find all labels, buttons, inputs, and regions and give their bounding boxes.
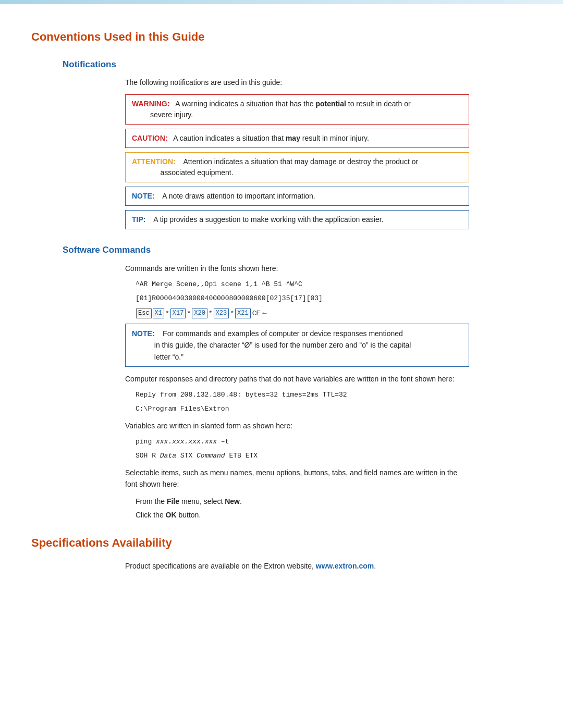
caution-box: CAUTION: A caution indicates a situation… [125, 129, 469, 148]
specs-para: Product specifications are available on … [125, 560, 469, 572]
key-x21: X21 [235, 309, 251, 318]
tip-label: TIP: [132, 215, 145, 224]
note-box: NOTE: A note draws attention to importan… [125, 187, 469, 206]
attention-box: ATTENTION: Attention indicates a situati… [125, 152, 469, 182]
notifications-body: The following notifications are used in … [31, 77, 469, 229]
arrow-symbol: ← [262, 309, 266, 317]
specs-section: Specifications Availability Product spec… [31, 536, 469, 572]
key-esc: Esc [136, 309, 152, 318]
sw-intro: Commands are written in the fonts shown … [125, 263, 469, 274]
code-line4: C:\Program Files\Extron [136, 404, 469, 415]
software-commands-section: Software Commands Commands are written i… [31, 245, 469, 521]
notifications-intro: The following notifications are used in … [125, 77, 469, 88]
top-bar [0, 0, 563, 4]
specs-title: Specifications Availability [31, 536, 469, 550]
sw-para2: Variables are written in slanted form as… [125, 420, 469, 431]
warning-label: WARNING: [132, 100, 169, 108]
main-title: Conventions Used in this Guide [31, 30, 469, 44]
notifications-title: Notifications [31, 59, 469, 70]
key-x23: X23 [214, 309, 229, 318]
code-line3: Reply from 208.132.180.48: bytes=32 time… [136, 390, 469, 401]
selectable-line2: Click the OK button. [136, 509, 469, 521]
code-line6: SOH R Data STX Command ETB ETX [136, 451, 469, 462]
key-x20: X20 [192, 309, 207, 318]
extron-link[interactable]: www.extron.com [316, 562, 374, 570]
selectable-line1: From the File menu, select New. [136, 496, 469, 507]
sw-note-box: NOTE: For commands and examples of compu… [125, 324, 469, 367]
sw-para1: Computer responses and directory paths t… [125, 373, 469, 385]
notifications-section: Notifications The following notification… [31, 59, 469, 229]
code-line2: [01]R000040030000400000800000600[02]35[1… [136, 293, 469, 304]
warning-box: WARNING: A warning indicates a situation… [125, 94, 469, 125]
tip-box: TIP: A tip provides a suggestion to make… [125, 210, 469, 229]
caution-label: CAUTION: [132, 134, 167, 142]
sw-para3: Selectable items, such as menu names, me… [125, 467, 469, 490]
attention-label: ATTENTION: [132, 157, 176, 166]
sw-note-label: NOTE: [132, 329, 155, 338]
code-line1: ^AR Merge Scene,,Op1 scene 1,1 ^B 51 ^W^… [136, 279, 469, 290]
key-x17: X17 [170, 309, 186, 318]
note-label: NOTE: [132, 192, 155, 200]
page-content: Conventions Used in this Guide Notificat… [0, 4, 500, 609]
software-commands-title: Software Commands [31, 245, 469, 255]
software-commands-body: Commands are written in the fonts shown … [31, 263, 469, 521]
code-line5: ping xxx.xxx.xxx.xxx –t [136, 437, 469, 448]
key-row: Esc X1 * X17 * X20 * X23 * X21 CE ← [136, 309, 469, 318]
key-ce: CE [252, 310, 261, 317]
key-x1: X1 [153, 309, 164, 318]
specs-body: Product specifications are available on … [31, 560, 469, 572]
